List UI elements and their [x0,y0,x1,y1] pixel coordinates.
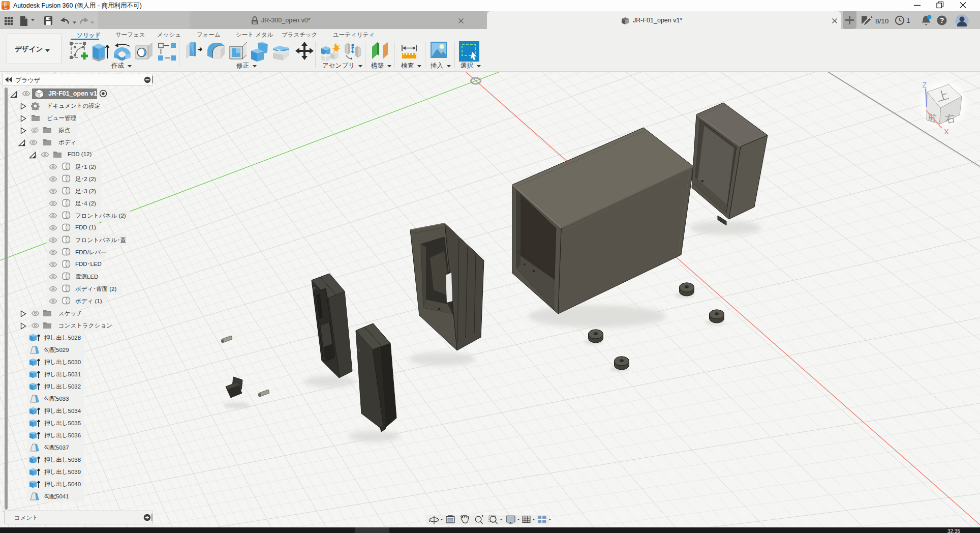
svg-text:?: ? [940,16,944,24]
svg-text:360: 360 [4,8,7,10]
svg-text:右: 右 [944,112,956,125]
svg-text:X: X [944,128,949,136]
svg-text:Z: Z [923,81,927,89]
svg-text:F: F [4,2,7,7]
svg-text:1: 1 [906,17,910,24]
svg-text:8/10: 8/10 [875,17,889,25]
